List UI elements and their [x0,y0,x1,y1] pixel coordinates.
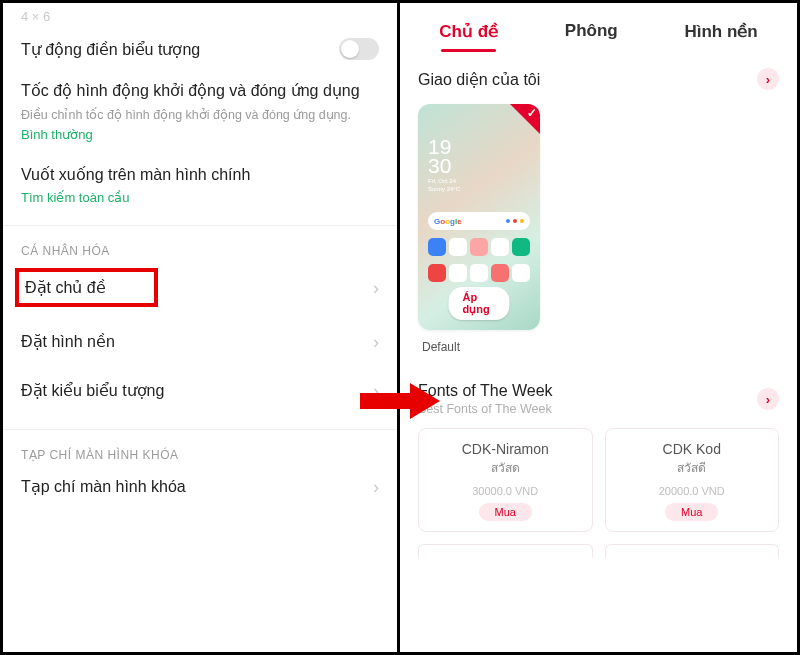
toggle-knob [341,40,359,58]
app-icon [491,238,509,256]
animation-speed-title: Tốc độ hình động khởi động và đóng ứng d… [21,80,379,102]
my-ui-section: Giao diện của tôi › 19 30 Fri, Oct 24 Su… [400,52,797,354]
font-sample: สวัสด [491,458,520,477]
theme-name-label: Default [422,340,540,354]
tab-theme[interactable]: Chủ đề [433,17,504,52]
font-name: CDK Kod [663,441,721,457]
font-sample: สวัสดี [677,458,706,477]
set-theme-label: Đặt chủ đề [25,279,106,296]
chevron-right-icon: › [373,478,379,496]
app-icon [428,238,446,256]
tab-wallpaper[interactable]: Hình nền [678,17,763,52]
lockscreen-magazine-header: TẠP CHÍ MÀN HÌNH KHÓA [21,448,379,462]
fonts-of-week-section: Fonts of The Week Best Fonts of The Week… [400,354,797,558]
set-icon-style-row[interactable]: Đặt kiểu biểu tượng › [21,366,379,415]
lockscreen-magazine-label: Tạp chí màn hình khóa [21,477,186,496]
search-actions [506,219,524,223]
swipe-down-value: Tìm kiếm toàn cầu [21,190,379,205]
buy-button[interactable]: Mua [665,503,718,521]
selected-check-icon [510,104,540,134]
chevron-right-icon: › [373,333,379,351]
auto-fill-toggle[interactable] [339,38,379,60]
font-price: 30000.0 VND [472,485,538,497]
set-theme-row[interactable]: Đặt chủ đề › [21,258,379,317]
clock-minutes: 30 [428,157,460,176]
theme-store-pane: Chủ đề Phông Hình nền Giao diện của tôi … [400,3,797,652]
font-price: 20000.0 VND [659,485,725,497]
settings-pane: 4 × 6 Tự động điền biểu tượng Tốc độ hìn… [3,3,400,652]
animation-speed-value: Bình thường [21,127,379,142]
animation-speed-desc: Điều chỉnh tốc độ hình động khởi động và… [21,107,379,124]
lockscreen-magazine-row[interactable]: Tạp chí màn hình khóa › [21,462,379,511]
app-icon [449,238,467,256]
tutorial-arrow-icon [360,381,440,421]
set-wallpaper-row[interactable]: Đặt hình nền › [21,317,379,366]
app-icon [470,264,488,282]
apply-button[interactable]: Áp dụng [449,287,510,320]
fonts-header[interactable]: Fonts of The Week Best Fonts of The Week… [418,382,779,416]
set-icon-style-label: Đặt kiểu biểu tượng [21,381,164,400]
theme-card[interactable]: 19 30 Fri, Oct 24 Sunny 24°C Google [418,104,540,354]
app-icon [491,264,509,282]
app-icon-row [428,264,530,282]
my-ui-header[interactable]: Giao diện của tôi › [418,68,779,90]
divider [3,225,397,226]
clock-date: Fri, Oct 24 [428,178,460,185]
clock-widget: 19 30 Fri, Oct 24 Sunny 24°C [428,138,460,193]
svg-marker-0 [360,383,440,419]
theme-thumbnail: 19 30 Fri, Oct 24 Sunny 24°C Google [418,104,540,330]
highlight-box: Đặt chủ đề [15,268,158,307]
set-wallpaper-label: Đặt hình nền [21,332,115,351]
app-icon [470,238,488,256]
chevron-right-icon[interactable]: › [757,68,779,90]
font-card-row-partial [418,544,779,558]
chevron-right-icon: › [373,279,379,297]
font-card[interactable]: CDK Kod สวัสดี 20000.0 VND Mua [605,428,780,532]
auto-fill-label: Tự động điền biểu tượng [21,40,200,59]
google-search-bar: Google [428,212,530,230]
auto-fill-icons-row[interactable]: Tự động điền biểu tượng [21,24,379,74]
swipe-down-row[interactable]: Vuốt xuống trên màn hình chính Tìm kiếm … [21,154,379,211]
app-icon [512,238,530,256]
buy-button[interactable]: Mua [479,503,532,521]
app-icon [512,264,530,282]
swipe-down-title: Vuốt xuống trên màn hình chính [21,164,379,186]
google-logo-icon: Google [434,217,462,226]
layout-grid-value: 4 × 6 [21,3,379,24]
font-name: CDK-Niramon [462,441,549,457]
clock-weather: Sunny 24°C [428,186,460,193]
my-ui-title: Giao diện của tôi [418,70,540,89]
personalize-header: CÁ NHÂN HÓA [21,244,379,258]
chevron-right-icon[interactable]: › [757,388,779,410]
font-card[interactable]: CDK-Niramon สวัสด 30000.0 VND Mua [418,428,593,532]
font-card-row: CDK-Niramon สวัสด 30000.0 VND Mua CDK Ko… [418,428,779,532]
font-card[interactable] [418,544,593,558]
store-tabs: Chủ đề Phông Hình nền [400,3,797,52]
tab-font[interactable]: Phông [559,17,624,52]
animation-speed-row[interactable]: Tốc độ hình động khởi động và đóng ứng d… [21,74,379,154]
app-icon [428,264,446,282]
tutorial-frame: 4 × 6 Tự động điền biểu tượng Tốc độ hìn… [0,0,800,655]
font-card[interactable] [605,544,780,558]
divider [3,429,397,430]
app-icon [449,264,467,282]
app-icon-row [428,238,530,256]
